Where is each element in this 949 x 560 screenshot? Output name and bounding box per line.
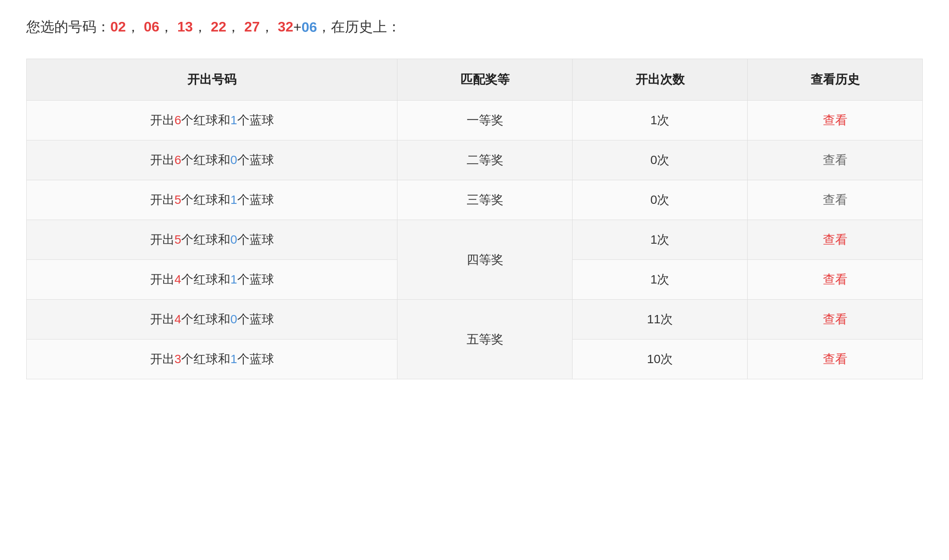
header-plus: + xyxy=(293,19,302,35)
header-suffix: ，在历史上： xyxy=(317,18,401,37)
cell-description: 开出5个红球和0个蓝球 xyxy=(27,220,397,260)
cell-view-link[interactable]: 查看 xyxy=(748,140,923,180)
cell-description: 开出6个红球和0个蓝球 xyxy=(27,140,397,180)
cell-view-link[interactable]: 查看 xyxy=(748,180,923,220)
cell-prize: 一等奖 xyxy=(397,101,573,140)
cell-view-link[interactable]: 查看 xyxy=(748,220,923,260)
cell-prize: 二等奖 xyxy=(397,140,573,180)
cell-description: 开出6个红球和1个蓝球 xyxy=(27,101,397,140)
cell-description: 开出4个红球和1个蓝球 xyxy=(27,260,397,300)
numbers-red: 02， 06， 13， 22， 27， 32 xyxy=(110,18,293,37)
table-row: 开出5个红球和1个蓝球三等奖0次查看 xyxy=(27,180,923,220)
cell-description: 开出3个红球和1个蓝球 xyxy=(27,340,397,379)
cell-times: 0次 xyxy=(573,140,748,180)
result-table: 开出号码 匹配奖等 开出次数 查看历史 开出6个红球和1个蓝球一等奖1次查看开出… xyxy=(26,59,923,379)
cell-times: 1次 xyxy=(573,101,748,140)
table-row: 开出5个红球和0个蓝球四等奖1次查看 xyxy=(27,220,923,260)
cell-view-link[interactable]: 查看 xyxy=(748,260,923,300)
table-row: 开出4个红球和0个蓝球五等奖11次查看 xyxy=(27,300,923,340)
cell-view-link[interactable]: 查看 xyxy=(748,101,923,140)
col-header-prize: 匹配奖等 xyxy=(397,59,573,101)
number-blue: 06 xyxy=(302,19,317,35)
cell-times: 1次 xyxy=(573,260,748,300)
cell-description: 开出5个红球和1个蓝球 xyxy=(27,180,397,220)
cell-prize: 五等奖 xyxy=(397,300,573,379)
table-row: 开出6个红球和1个蓝球一等奖1次查看 xyxy=(27,101,923,140)
col-header-balls: 开出号码 xyxy=(27,59,397,101)
cell-prize: 三等奖 xyxy=(397,180,573,220)
table-row: 开出6个红球和0个蓝球二等奖0次查看 xyxy=(27,140,923,180)
cell-prize: 四等奖 xyxy=(397,220,573,300)
cell-times: 10次 xyxy=(573,340,748,379)
cell-view-link[interactable]: 查看 xyxy=(748,300,923,340)
table-header-row: 开出号码 匹配奖等 开出次数 查看历史 xyxy=(27,59,923,101)
col-header-history: 查看历史 xyxy=(748,59,923,101)
cell-times: 11次 xyxy=(573,300,748,340)
header: 您选的号码： 02， 06， 13， 22， 27， 32 + 06 ，在历史上… xyxy=(26,18,923,37)
cell-description: 开出4个红球和0个蓝球 xyxy=(27,300,397,340)
header-prefix: 您选的号码： xyxy=(26,18,110,37)
col-header-times: 开出次数 xyxy=(573,59,748,101)
cell-view-link[interactable]: 查看 xyxy=(748,340,923,379)
cell-times: 0次 xyxy=(573,180,748,220)
cell-times: 1次 xyxy=(573,220,748,260)
